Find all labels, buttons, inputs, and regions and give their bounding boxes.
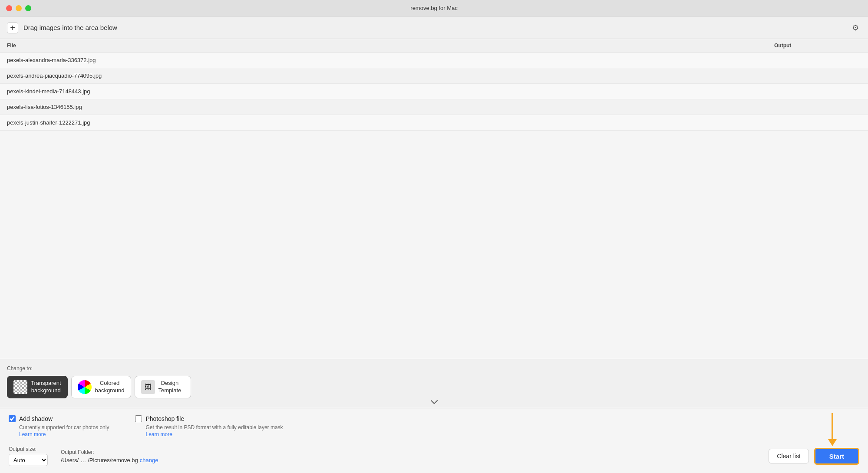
start-button[interactable]: Start: [814, 448, 859, 465]
settings-button[interactable]: ⚙: [850, 22, 861, 33]
titlebar-buttons: [6, 5, 31, 11]
folder-path-part2: /Pictures/remove.bg: [88, 457, 138, 463]
file-list-header: File Output: [0, 39, 868, 53]
window-title: remove.bg for Mac: [410, 5, 457, 11]
output-options-panel: Change to: Transparentbackground Colored…: [0, 359, 868, 408]
color-wheel-icon: [78, 380, 92, 394]
table-row[interactable]: pexels-andrea-piacquadio-774095.jpg: [0, 68, 868, 84]
toolbar-left: + Drag images into the area below: [7, 22, 117, 33]
minimize-button[interactable]: [16, 5, 22, 11]
photoshop-desc: Get the result in PSD format with a full…: [145, 424, 283, 431]
folder-label: Output Folder:: [61, 449, 158, 455]
folder-path-ellipsis: …: [80, 457, 86, 463]
folder-path: /Users/ … /Pictures/remove.bg change: [61, 457, 158, 463]
table-row[interactable]: pexels-justin-shaifer-1222271.jpg: [0, 115, 868, 131]
maximize-button[interactable]: [25, 5, 31, 11]
bottom-panel: Add shadow Currently supported for car p…: [0, 408, 868, 473]
size-select[interactable]: Auto Small Medium Large HD: [9, 454, 48, 466]
size-label: Output size:: [9, 446, 48, 452]
titlebar: remove.bg for Mac: [0, 0, 868, 16]
file-name: pexels-alexandra-maria-336372.jpg: [7, 57, 861, 63]
bottom-row2-left: Output size: Auto Small Medium Large HD …: [9, 446, 158, 466]
arrow-line: [832, 413, 833, 439]
collapse-arrow[interactable]: [7, 398, 861, 404]
design-template-label: DesignTemplate: [158, 380, 182, 394]
folder-change-link[interactable]: change: [140, 457, 158, 463]
folder-group: Output Folder: /Users/ … /Pictures/remov…: [61, 449, 158, 463]
colored-bg-button[interactable]: Coloredbackground: [71, 376, 131, 398]
transparent-bg-label: Transparentbackground: [31, 380, 61, 394]
bottom-row2-right: Clear list Start: [769, 448, 859, 465]
toolbar-hint: Drag images into the area below: [23, 24, 117, 31]
design-template-button[interactable]: 🖼 DesignTemplate: [135, 376, 191, 398]
table-row[interactable]: pexels-lisa-fotios-1346155.jpg: [0, 99, 868, 115]
table-row[interactable]: pexels-kindel-media-7148443.jpg: [0, 84, 868, 99]
close-button[interactable]: [6, 5, 12, 11]
toolbar: + Drag images into the area below ⚙: [0, 16, 868, 39]
add-shadow-learn-more[interactable]: Learn more: [19, 431, 109, 437]
file-name: pexels-lisa-fotios-1346155.jpg: [7, 104, 861, 110]
bottom-row2: Output size: Auto Small Medium Large HD …: [9, 446, 859, 466]
arrow-head: [828, 439, 837, 446]
size-group: Output size: Auto Small Medium Large HD: [9, 446, 48, 466]
file-rows-container: pexels-alexandra-maria-336372.jpgpexels-…: [0, 53, 868, 131]
arrow-annotation: [828, 413, 837, 446]
design-template-icon: 🖼: [141, 380, 155, 394]
col-file-header: File: [7, 43, 774, 49]
transparent-bg-icon: [13, 380, 27, 394]
add-shadow-title: Add shadow: [19, 415, 53, 422]
bottom-row1: Add shadow Currently supported for car p…: [9, 415, 859, 437]
file-name: pexels-kindel-media-7148443.jpg: [7, 88, 861, 95]
photoshop-checkbox[interactable]: [135, 415, 142, 422]
photoshop-title: Photoshop file: [145, 415, 184, 422]
change-to-label: Change to:: [7, 365, 861, 371]
add-shadow-group: Add shadow Currently supported for car p…: [9, 415, 109, 437]
add-button[interactable]: +: [7, 22, 18, 33]
folder-path-part1: /Users/: [61, 457, 79, 463]
add-shadow-desc: Currently supported for car photos only: [19, 424, 109, 431]
col-output-header: Output: [774, 43, 861, 49]
table-row[interactable]: pexels-alexandra-maria-336372.jpg: [0, 53, 868, 68]
file-list-area: File Output pexels-alexandra-maria-33637…: [0, 39, 868, 359]
file-name: pexels-justin-shaifer-1222271.jpg: [7, 119, 861, 126]
main-window: + Drag images into the area below ⚙ File…: [0, 16, 868, 473]
add-shadow-checkbox[interactable]: [9, 415, 16, 422]
colored-bg-label: Coloredbackground: [95, 380, 125, 394]
file-name: pexels-andrea-piacquadio-774095.jpg: [7, 72, 861, 79]
photoshop-group: Photoshop file Get the result in PSD for…: [135, 415, 283, 437]
photoshop-learn-more[interactable]: Learn more: [145, 431, 283, 437]
transparent-bg-button[interactable]: Transparentbackground: [7, 376, 68, 398]
add-shadow-title-row: Add shadow: [9, 415, 109, 422]
clear-list-button[interactable]: Clear list: [769, 449, 809, 463]
output-buttons: Transparentbackground Coloredbackground …: [7, 376, 861, 398]
photoshop-title-row: Photoshop file: [135, 415, 283, 422]
